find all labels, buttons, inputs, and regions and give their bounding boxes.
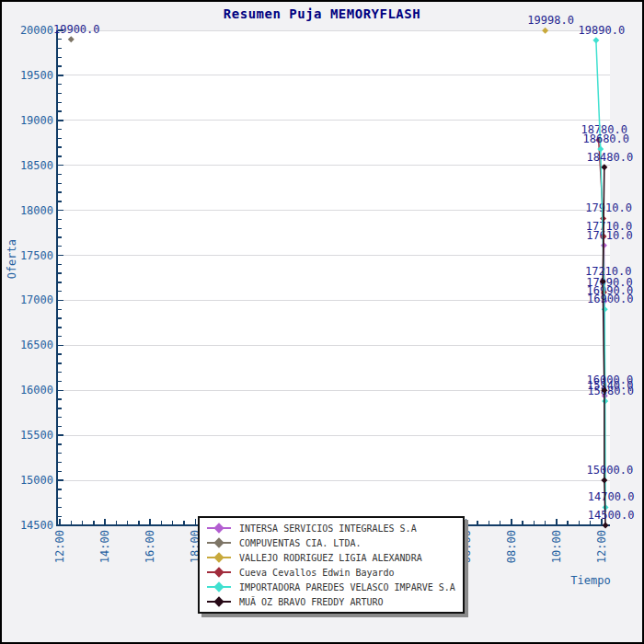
y-axis-tick-labels: 1450015000155001600016500170001750018000… (20, 24, 53, 532)
x-tick-label: 10:00 (550, 530, 563, 563)
series-marker-icon (207, 582, 231, 592)
legend-item: IMPORTADORA PAREDES VELASCO IMPARVE S.A (207, 580, 455, 594)
y-tick-label: 18000 (20, 204, 53, 217)
y-tick-label: 19000 (20, 114, 53, 127)
value-label: 17710.0 (586, 220, 633, 233)
series-marker-icon (207, 597, 231, 606)
series-marker-icon (207, 568, 231, 577)
legend-item-label: IMPORTADORA PAREDES VELASCO IMPARVE S.A (239, 582, 455, 592)
legend-item: Cueva Cevallos Edwin Bayardo (207, 565, 455, 580)
value-label: 17210.0 (585, 265, 632, 278)
value-label: 15000.0 (587, 464, 634, 477)
series-marker-icon (207, 523, 231, 533)
series-marker-icon (207, 538, 231, 547)
y-tick-label: 16500 (20, 339, 53, 351)
x-tick-label: 14:00 (98, 530, 111, 563)
value-label: 14500.0 (588, 509, 635, 522)
y-tick-label: 15000 (20, 474, 53, 487)
y-tick-label: 15500 (20, 429, 53, 442)
series-marker-icon (207, 553, 231, 562)
legend-item: VALLEJO RODRIGUEZ LIGIA ALEXANDRA (207, 550, 455, 565)
legend-item-label: MUÃ OZ BRAVO FREDDY ARTURO (239, 597, 384, 607)
legend-box: INTERSA SERVICIOS INTEGRALES S.ACOMPUVEN… (198, 516, 465, 614)
legend-item: COMPUVENTAS CIA. LTDA. (207, 535, 455, 550)
legend-item-label: VALLEJO RODRIGUEZ LIGIA ALEXANDRA (239, 553, 422, 563)
value-label: 18680.0 (582, 132, 629, 145)
legend-item: MUÃ OZ BRAVO FREDDY ARTURO (207, 594, 455, 609)
legend-item-label: COMPUVENTAS CIA. LTDA. (239, 538, 361, 548)
x-tick-label: 16:00 (144, 530, 156, 563)
value-label: 16000.0 (587, 374, 634, 386)
value-label: 16900.0 (587, 293, 634, 305)
legend-item: INTERSA SERVICIOS INTEGRALES S.A (207, 521, 455, 535)
y-tick-label: 17000 (20, 293, 53, 306)
x-tick-label: 12:00 (53, 530, 66, 563)
x-tick-label: 08:00 (505, 530, 518, 563)
y-tick-label: 14500 (20, 519, 53, 532)
value-label: 19998.0 (527, 14, 574, 27)
y-tick-label: 17500 (20, 249, 53, 262)
value-label: 19890.0 (579, 24, 626, 37)
plot-area (57, 30, 610, 525)
chart-figure: Resumen Puja MEMORYFLASH Oferta Tiempo 1… (0, 0, 644, 644)
x-tick-label: 12:00 (595, 530, 608, 563)
value-label: 19900.0 (53, 23, 100, 36)
legend-item-label: Cueva Cevallos Edwin Bayardo (239, 568, 395, 578)
y-tick-label: 19500 (20, 69, 53, 82)
y-tick-label: 16000 (20, 384, 53, 397)
value-label: 14700.0 (588, 490, 635, 503)
y-tick-label: 18500 (20, 159, 53, 172)
y-tick-label: 20000 (20, 24, 53, 37)
legend-item-label: INTERSA SERVICIOS INTEGRALES S.A (239, 523, 417, 534)
value-label: 18480.0 (587, 151, 634, 164)
value-label: 17910.0 (585, 201, 632, 214)
